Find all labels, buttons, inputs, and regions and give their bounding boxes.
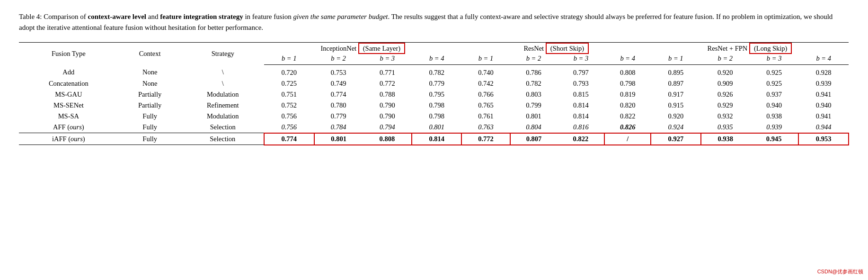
col-strategy: Strategy: [182, 42, 264, 64]
cell-strategy: \: [182, 64, 264, 78]
cell-val: 0.917: [651, 89, 701, 100]
column-group-header-row: Fusion Type Context Strategy InceptionNe…: [19, 42, 849, 54]
cell-val: 0.774: [314, 89, 363, 100]
italic-budget: given the same parameter budget: [293, 13, 388, 20]
row-add: Add None \ 0.720 0.753 0.771 0.782 0.740…: [19, 64, 849, 78]
cell-val: 0.814: [557, 100, 604, 111]
cell-val: 0.782: [412, 64, 462, 78]
cell-val-iaff-11: 0.945: [750, 133, 798, 145]
cell-val: 0.751: [264, 89, 314, 100]
sub-b3-2: b = 3: [557, 54, 604, 65]
row-aff: AFF (ours) Fully Selection 0.756 0.784 0…: [19, 122, 849, 133]
cell-val-bold: 0.826: [604, 122, 651, 133]
cell-val-iaff-12: 0.953: [798, 133, 849, 145]
cell-val: 0.941: [798, 89, 849, 100]
cell-val: 0.925: [750, 78, 798, 89]
cell-val: 0.779: [314, 111, 363, 122]
cell-val: 0.814: [557, 111, 604, 122]
cell-val: 0.940: [798, 100, 849, 111]
resnet-fpn-sublabel: (Long Skip): [749, 43, 792, 54]
cell-val-iaff-2: 0.801: [314, 133, 363, 145]
watermark: CSDN@优参画红顿: [817, 268, 863, 275]
cell-strategy: Selection: [182, 122, 264, 133]
resnet-fpn-label: ResNet + FPN: [708, 45, 748, 52]
cell-val: 0.797: [557, 64, 604, 78]
cell-strategy: Modulation: [182, 89, 264, 100]
cell-val-iaff-6: 0.807: [510, 133, 558, 145]
cell-val: 0.795: [412, 89, 462, 100]
cell-name: Concatenation: [19, 78, 118, 89]
cell-val: 0.819: [604, 89, 651, 100]
cell-val: 0.763: [461, 122, 510, 133]
cell-val: 0.804: [510, 122, 558, 133]
cell-val: 0.761: [461, 111, 510, 122]
sub-b2-3: b = 2: [701, 54, 750, 65]
cell-val: 0.816: [557, 122, 604, 133]
col-group-resnet-fpn: ResNet + FPN (Long Skip): [651, 42, 849, 54]
cell-val: 0.935: [701, 122, 750, 133]
cell-name: MS-SA: [19, 111, 118, 122]
cell-val: 0.895: [651, 64, 701, 78]
col-group-inceptionnet: InceptionNet (Same Layer): [264, 42, 461, 54]
cell-context: Fully: [118, 133, 182, 145]
cell-val: 0.772: [363, 78, 412, 89]
cell-val: 0.909: [701, 78, 750, 89]
cell-val: 0.939: [750, 122, 798, 133]
cell-val: 0.920: [651, 111, 701, 122]
cell-val: 0.756: [264, 122, 314, 133]
cell-val: 0.765: [461, 100, 510, 111]
sub-b4-2: b = 4: [604, 54, 651, 65]
cell-val-iaff-9: 0.927: [651, 133, 701, 145]
col-context: Context: [118, 42, 182, 64]
cell-context: Partially: [118, 100, 182, 111]
cell-val: 0.771: [363, 64, 412, 78]
sub-b1-1: b = 1: [264, 54, 314, 65]
sub-b4-1: b = 4: [412, 54, 462, 65]
row-concatenation: Concatenation None \ 0.725 0.749 0.772 0…: [19, 78, 849, 89]
sub-b2-1: b = 2: [314, 54, 363, 65]
row-iaff: iAFF (ours) Fully Selection 0.774 0.801 …: [19, 133, 849, 145]
cell-val: 0.929: [701, 100, 750, 111]
cell-name: iAFF (ours): [19, 133, 118, 145]
table-footer-line: [19, 145, 849, 145]
cell-val: 0.938: [750, 111, 798, 122]
cell-val: 0.801: [412, 122, 462, 133]
cell-val: 0.799: [510, 100, 558, 111]
cell-val-iaff-7: 0.822: [557, 133, 604, 145]
table-caption: Table 4: Comparison of context-aware lev…: [19, 11, 847, 34]
cell-val: 0.779: [412, 78, 462, 89]
cell-val: 0.749: [314, 78, 363, 89]
cell-val: 0.803: [510, 89, 558, 100]
cell-val: 0.793: [557, 78, 604, 89]
cell-val: 0.815: [557, 89, 604, 100]
sub-b2-2: b = 2: [510, 54, 558, 65]
col-group-resnet: ResNet (Short Skip): [461, 42, 651, 54]
cell-val: 0.756: [264, 111, 314, 122]
cell-context: Fully: [118, 122, 182, 133]
col-fusion-type: Fusion Type: [19, 42, 118, 64]
cell-val: 0.924: [651, 122, 701, 133]
cell-val-iaff-1: 0.774: [264, 133, 314, 145]
cell-strategy: Refinement: [182, 100, 264, 111]
sub-b1-2: b = 1: [461, 54, 510, 65]
cell-val-iaff-4: 0.814: [412, 133, 462, 145]
cell-name: MS-SENet: [19, 100, 118, 111]
sub-b3-1: b = 3: [363, 54, 412, 65]
cell-val: 0.725: [264, 78, 314, 89]
cell-strategy: \: [182, 78, 264, 89]
cell-val: 0.742: [461, 78, 510, 89]
table-label: Table 4:: [19, 13, 42, 20]
cell-val: 0.941: [798, 111, 849, 122]
cell-val: 0.897: [651, 78, 701, 89]
cell-val: 0.782: [510, 78, 558, 89]
cell-val: 0.784: [314, 122, 363, 133]
cell-val: 0.740: [461, 64, 510, 78]
cell-val: 0.766: [461, 89, 510, 100]
cell-val: 0.926: [701, 89, 750, 100]
cell-name: MS-GAU: [19, 89, 118, 100]
cell-val: 0.780: [314, 100, 363, 111]
cell-val: 0.790: [363, 111, 412, 122]
cell-val: 0.798: [412, 111, 462, 122]
row-mssa: MS-SA Fully Modulation 0.756 0.779 0.790…: [19, 111, 849, 122]
cell-name: AFF (ours): [19, 122, 118, 133]
